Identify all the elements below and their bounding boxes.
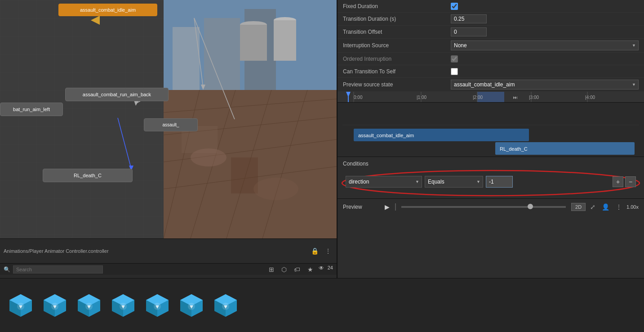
transition-offset-row: Transition Offset xyxy=(338,26,644,39)
search-icon: 🔍 xyxy=(4,266,10,273)
svg-text:|2:00: |2:00 xyxy=(473,95,483,100)
tag-icon[interactable]: 🏷 xyxy=(292,265,302,274)
fixed-duration-checkbox[interactable] xyxy=(451,3,458,10)
grid-view-icon[interactable]: ⊞ xyxy=(267,265,276,274)
preview-more-icon[interactable]: ⋮ xyxy=(614,202,624,211)
ordered-interruption-checkbox[interactable] xyxy=(451,55,458,63)
svg-rect-31 xyxy=(348,92,349,103)
eye-icon: 👁 xyxy=(319,265,324,274)
asset-cube-icon-3 xyxy=(76,292,102,319)
animator-toolbar: Animations/Player Animator Controller.co… xyxy=(0,238,337,263)
eye-count: 24 xyxy=(328,265,333,274)
condition-operator-select[interactable]: Equals NotEqual Greater Less xyxy=(425,176,483,188)
svg-text:|4:00: |4:00 xyxy=(585,95,595,100)
asset-item-6[interactable] xyxy=(178,292,205,319)
can-transition-to-self-label: Can Transition To Self xyxy=(343,68,451,75)
preview-scrubber[interactable] xyxy=(401,206,566,208)
svg-text:assault_combat_idle_aim: assault_combat_idle_aim xyxy=(358,133,414,138)
asset-cube-icon-5 xyxy=(144,292,171,319)
asset-cube-icon-1 xyxy=(7,292,34,319)
lock-icon[interactable]: 🔒 xyxy=(309,247,320,256)
interruption-source-label: Interruption Source xyxy=(343,42,451,49)
add-condition-button[interactable]: + xyxy=(613,176,623,187)
search-toolbar-icons: ⊞ ⬡ 🏷 ★ 👁 24 xyxy=(267,265,333,274)
can-transition-to-self-row: Can Transition To Self xyxy=(338,65,644,78)
node-run-aim-left-label: bat_run_aim_left xyxy=(13,107,50,112)
conditions-section: Conditions direction speed isGrounded xyxy=(338,157,644,198)
timeline-tracks: assault_combat_idle_aim RL_death_C xyxy=(338,103,644,157)
condition-buttons: + − xyxy=(613,176,636,187)
interruption-source-select[interactable]: None Current State Next State xyxy=(451,40,639,50)
node-rl-death[interactable]: RL_death_C xyxy=(43,169,133,182)
node-idle-aim[interactable]: assault_combat_idle_aim xyxy=(58,4,157,16)
condition-field-select[interactable]: direction speed isGrounded xyxy=(346,176,422,188)
more-icon[interactable]: ⋮ xyxy=(323,247,333,256)
node-run-aim-back[interactable]: assault_combat_run_aim_back xyxy=(65,88,169,101)
animator-search-bar: 🔍 ⊞ ⬡ 🏷 ★ 👁 24 xyxy=(0,263,337,275)
asset-item-3[interactable] xyxy=(76,292,102,319)
svg-text:0:00: 0:00 xyxy=(354,95,363,100)
condition-value-input[interactable] xyxy=(486,176,513,188)
preview-play-button[interactable]: ▶ xyxy=(382,202,391,211)
transition-offset-label: Transition Offset xyxy=(343,29,451,35)
remove-condition-button[interactable]: − xyxy=(625,176,636,187)
scrubber-handle[interactable] xyxy=(528,204,533,209)
node-assault-label: assault_ xyxy=(162,122,179,127)
svg-rect-2 xyxy=(173,27,200,90)
timeline-ruler[interactable]: 0:00 |1:00 ⏭ |2:00 |3:00 |4:00 xyxy=(338,92,644,103)
fixed-duration-label: Fixed Duration xyxy=(343,3,451,9)
asset-item-2[interactable] xyxy=(41,292,68,319)
asset-item-1[interactable] xyxy=(7,292,34,319)
animator-path: Animations/Player Animator Controller.co… xyxy=(4,248,306,254)
interruption-source-dropdown-wrapper: None Current State Next State xyxy=(451,40,639,50)
preview-separator xyxy=(395,203,396,211)
asset-item-4[interactable] xyxy=(110,292,137,319)
star-icon[interactable]: ★ xyxy=(306,265,315,274)
preview-fullscreen-icon[interactable]: ⤢ xyxy=(588,202,597,211)
preview-source-row: Preview source state assault_combat_idle… xyxy=(338,78,644,92)
node-run-aim-left[interactable]: bat_run_aim_left xyxy=(0,103,63,116)
graph-area[interactable]: assault_combat_idle_aim assault_combat_r… xyxy=(0,0,337,238)
svg-text:|1:00: |1:00 xyxy=(417,95,426,100)
preview-source-select[interactable]: assault_combat_idle_aim xyxy=(451,80,639,90)
transition-offset-input[interactable] xyxy=(451,27,487,36)
ordered-interruption-row: Ordered Interruption xyxy=(338,53,644,65)
preview-controls: 2D ⤢ 👤 ⋮ 1.00x xyxy=(571,202,639,211)
transition-duration-label: Transition Duration (s) xyxy=(343,16,451,22)
asset-cube-icon-6 xyxy=(178,292,205,319)
preview-person-icon[interactable]: 👤 xyxy=(600,202,611,211)
svg-rect-3 xyxy=(204,18,240,90)
timeline-area: 0:00 |1:00 ⏭ |2:00 |3:00 |4:00 xyxy=(338,92,644,157)
equals-dropdown-wrapper: Equals NotEqual Greater Less xyxy=(425,176,483,188)
conditions-row: direction speed isGrounded Equals NotEqu… xyxy=(346,176,636,188)
transition-duration-row: Transition Duration (s) xyxy=(338,13,644,26)
preview-bar: Preview ▶ 2D ⤢ 👤 ⋮ 1.00x xyxy=(338,198,644,215)
svg-text:RL_death_C: RL_death_C xyxy=(500,146,528,152)
ordered-interruption-label: Ordered Interruption xyxy=(343,56,451,62)
svg-point-21 xyxy=(253,178,298,200)
can-transition-to-self-checkbox[interactable] xyxy=(451,68,458,75)
node-idle-aim-label: assault_combat_idle_aim xyxy=(80,7,136,13)
preview-2d-button[interactable]: 2D xyxy=(571,203,586,211)
transition-duration-input[interactable] xyxy=(451,14,487,23)
animator-panel: assault_combat_idle_aim assault_combat_r… xyxy=(0,0,337,278)
svg-rect-6 xyxy=(240,25,267,61)
interruption-source-row: Interruption Source None Current State N… xyxy=(338,39,644,53)
conditions-title: Conditions xyxy=(343,161,639,167)
preview-speed-label: 1.00x xyxy=(626,204,639,210)
svg-text:⏭: ⏭ xyxy=(513,95,518,100)
svg-point-20 xyxy=(191,148,227,166)
node-rl-death-label: RL_death_C xyxy=(74,173,102,178)
layers-icon[interactable]: ⬡ xyxy=(280,265,289,274)
preview-source-dropdown-wrapper: assault_combat_idle_aim xyxy=(451,80,639,90)
svg-text:|3:00: |3:00 xyxy=(529,95,539,100)
node-assault[interactable]: assault_ xyxy=(144,118,198,131)
fixed-duration-row: Fixed Duration xyxy=(338,0,644,13)
search-input[interactable] xyxy=(13,265,103,274)
node-run-aim-back-label: assault_combat_run_aim_back xyxy=(83,92,151,97)
animator-toolbar-icons: 🔒 ⋮ xyxy=(309,247,333,256)
preview-label: Preview xyxy=(343,204,379,210)
asset-item-7[interactable] xyxy=(212,292,239,319)
asset-item-5[interactable] xyxy=(144,292,171,319)
inspector-panel: Fixed Duration Transition Duration (s) T… xyxy=(337,0,644,278)
